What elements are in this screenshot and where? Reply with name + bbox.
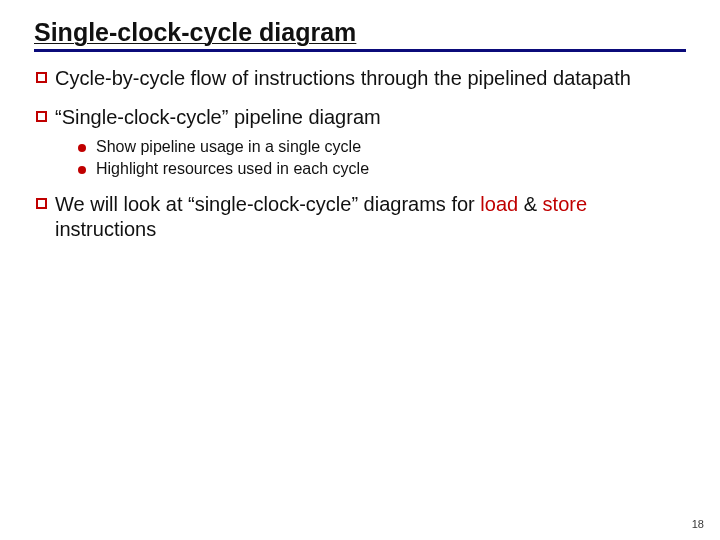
sub-bullet-item: Show pipeline usage in a single cycle xyxy=(78,138,686,156)
bullet-item: Cycle-by-cycle flow of instructions thro… xyxy=(36,66,686,91)
text-fragment: instructions xyxy=(55,218,156,240)
title-rule: Single-clock-cycle diagram xyxy=(34,18,686,52)
slide: Single-clock-cycle diagram Cycle-by-cycl… xyxy=(0,0,720,540)
bullet-item: We will look at “single-clock-cycle” dia… xyxy=(36,192,686,242)
text-fragment: We will look at “single-clock-cycle” dia… xyxy=(55,193,480,215)
highlight-store: store xyxy=(543,193,587,215)
highlight-load: load xyxy=(480,193,518,215)
sub-bullet-text: Highlight resources used in each cycle xyxy=(96,160,369,178)
square-bullet-icon xyxy=(36,198,47,209)
sub-bullet-list: Show pipeline usage in a single cycle Hi… xyxy=(36,138,686,178)
bullet-list: Cycle-by-cycle flow of instructions thro… xyxy=(34,66,686,242)
text-fragment: & xyxy=(518,193,542,215)
dot-bullet-icon xyxy=(78,144,86,152)
bullet-text: Cycle-by-cycle flow of instructions thro… xyxy=(55,66,631,91)
page-number: 18 xyxy=(692,518,704,530)
slide-title: Single-clock-cycle diagram xyxy=(34,18,686,47)
bullet-text: We will look at “single-clock-cycle” dia… xyxy=(55,192,686,242)
bullet-item: “Single-clock-cycle” pipeline diagram xyxy=(36,105,686,130)
sub-bullet-text: Show pipeline usage in a single cycle xyxy=(96,138,361,156)
dot-bullet-icon xyxy=(78,166,86,174)
square-bullet-icon xyxy=(36,111,47,122)
bullet-text: “Single-clock-cycle” pipeline diagram xyxy=(55,105,381,130)
square-bullet-icon xyxy=(36,72,47,83)
sub-bullet-item: Highlight resources used in each cycle xyxy=(78,160,686,178)
